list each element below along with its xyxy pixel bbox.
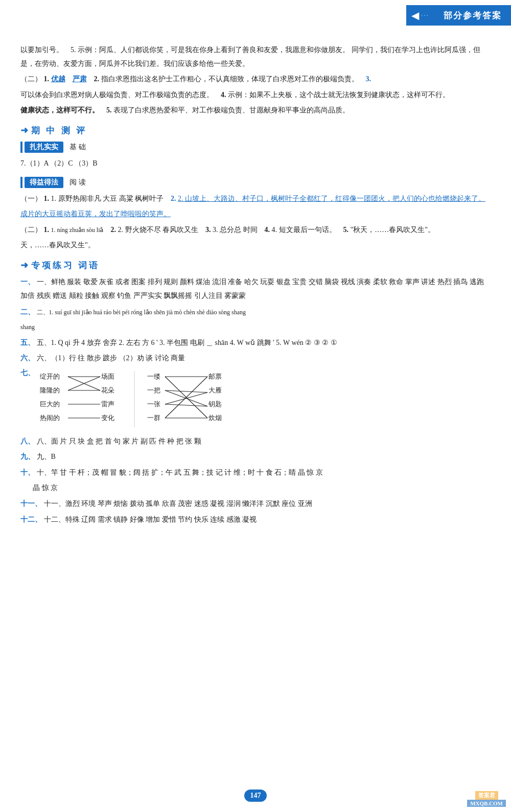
main-content: 以要加引号。 5. 示例：阿瓜、人们都说你笑，可是我在你身上看到了善良和友爱，我… xyxy=(20,43,491,526)
er-reading-label: （二） xyxy=(20,226,42,234)
item7-row: 7.（1）A （2）C （3）B xyxy=(20,157,491,171)
matching-diagram: 绽开的 隆隆的 巨大的 热闹的 场面 花朵 雷声 变化 xyxy=(35,368,331,435)
qizhong-arrow-icon: ➜ xyxy=(20,125,28,136)
svg-text:绽开的: 绽开的 xyxy=(40,373,60,380)
deyi-subsection: 得益得法 阅 读 xyxy=(20,177,491,188)
svg-text:一缕: 一缕 xyxy=(147,373,160,380)
page-number: 147 xyxy=(244,790,267,802)
zhuanxiang-title: 专项练习 词语 xyxy=(31,260,100,271)
er-item3-text: 可以体会到白求恩对病人极端负责、对工作极端负责的态度。 xyxy=(20,91,214,99)
shiyi-text: 十一、激烈 环境 琴声 烦恼 拨动 孤单 欣喜 茂密 迷惑 凝视 湿润 懒洋洋 … xyxy=(44,500,312,507)
er-r-item1: 1. níng zhuǎn sòu liǎ xyxy=(51,226,104,234)
svg-text:炊烟: 炊烟 xyxy=(208,414,222,422)
yi-words-text: 一、鲜艳 服装 敬爱 灰雀 或者 图案 排列 规则 颜料 煤油 流泪 准备 哈欠… xyxy=(20,278,484,299)
er-pinyin-cont: shang xyxy=(20,323,35,331)
intro-text1: 以要加引号。 xyxy=(20,46,63,54)
svg-text:热闹的: 热闹的 xyxy=(40,414,60,422)
header-dots: ··· xyxy=(421,11,429,19)
intro-text2: 5. 示例：阿瓜、人们都说你笑，可是我在你身上看到了善良和友爱，我愿意和你做朋友… xyxy=(20,46,480,67)
er-label: （二） xyxy=(20,75,42,83)
left-arrow-icon: ◀ xyxy=(411,9,419,21)
er-r-item4-label: 4. xyxy=(265,226,270,234)
er-item3-label: 3. xyxy=(366,75,371,83)
yi-section-row1: （一） 1. 1. 原野热闹非凡 大豆 高粱 枫树叶子 2. 2. 山坡上、大路… xyxy=(20,192,491,206)
zhuanxiang-arrow-icon: ➜ xyxy=(20,260,28,271)
section-er-row: （二） 1. 优越 严肃 2. 指白求恩指出这名护士工作粗心，不认真细致，体现了… xyxy=(20,73,491,86)
page-container: ◀ ··· 部分参考答案 以要加引号。 5. 示例：阿瓜、人们都说你笑，可是我在… xyxy=(0,0,511,812)
shiyi-label: 十一、 xyxy=(20,500,42,507)
jiu-label: 九、 xyxy=(20,453,35,460)
watermark-line2: MXQB.COM xyxy=(467,800,506,807)
svg-text:变化: 变化 xyxy=(101,414,114,422)
liu-text: 六、（1）行 往 散步 踱步 （2）劝 谈 讨论 商量 xyxy=(37,354,185,362)
er-r-item5: "秋天，……春风吹又生"。 xyxy=(351,226,435,234)
er-item1-label: 1. xyxy=(44,75,50,83)
shier-row: 十二、 十二、特殊 辽阔 需求 镇静 好像 增加 爱惜 节约 快乐 连续 感激 … xyxy=(20,513,491,527)
qi-section: 七、 绽开的 隆隆的 巨大的 热闹的 场面 花朵 雷声 变化 xyxy=(20,368,491,435)
svg-text:花朵: 花朵 xyxy=(101,386,114,394)
er-item5-label: 健康状态，这样可不行。 xyxy=(20,106,99,114)
ba-text: 八、面 片 只 块 盒 把 首 句 家 片 副 匹 件 种 把 张 颗 xyxy=(37,437,201,445)
er-r-item1-label: 1. xyxy=(44,226,50,234)
shi-text: 十、竿 甘 干 杆；茂 帽 冒 貌；阔 括 扩；午 武 五 舞；技 记 计 维；… xyxy=(37,469,323,476)
yi-words-row: 一、 一、鲜艳 服装 敬爱 灰雀 或者 图案 排列 规则 颜料 煤油 流泪 准备… xyxy=(20,275,491,303)
er-item2-label: 2. xyxy=(94,75,100,83)
ba-row: 八、 八、面 片 只 块 盒 把 首 句 家 片 副 匹 件 种 把 张 颗 xyxy=(20,435,491,449)
er-r-item2-label: 2. xyxy=(111,226,117,234)
intro-row1: 以要加引号。 5. 示例：阿瓜、人们都说你笑，可是我在你身上看到了善良和友爱，我… xyxy=(20,43,491,71)
yi-item2-blue: 2. 山坡上、大路边、村子口，枫树叶子全都红了，红得像一团团火，把人们的心也给燃… xyxy=(178,195,485,202)
er-item5-text: 表现了白求恩热爱和平、对工作极端负责、甘愿献身和平事业的高尚品质。 xyxy=(113,106,350,114)
deyi-secondary: 阅 读 xyxy=(69,178,86,187)
svg-text:隆隆的: 隆隆的 xyxy=(40,386,60,394)
er-item1b: 严肃 xyxy=(73,75,87,83)
shi-cont: 晶 惊 京 xyxy=(33,484,58,492)
svg-text:邮票: 邮票 xyxy=(208,373,222,380)
svg-text:雷声: 雷声 xyxy=(101,400,114,408)
er-r-item5-label: 5. xyxy=(343,226,349,234)
yi-item1-label: 1. xyxy=(44,195,50,202)
er-pinyin-row2: shang xyxy=(20,321,491,333)
yi-section-row2: 成片的大豆摇动着豆荚，发出了哗啦啦的笑声。 xyxy=(20,207,491,221)
shier-text: 十二、特殊 辽阔 需求 镇静 好像 增加 爱惜 节约 快乐 连续 感激 凝视 xyxy=(44,516,257,523)
yi-label: （一） xyxy=(20,195,42,202)
er-item5-label2: 5. xyxy=(106,106,112,114)
yi-item1-text: 1. 原野热闹非凡 大豆 高粱 枫树叶子 xyxy=(51,195,164,202)
qizhong-title: 期 中 测 评 xyxy=(31,125,87,136)
liu-row: 六、 六、（1）行 往 散步 踱步 （2）劝 谈 讨论 商量 xyxy=(20,352,491,365)
yi-item2b: 成片的大豆摇动着豆荚，发出了哗啦啦的笑声。 xyxy=(20,210,171,218)
deyi-tag: 得益得法 xyxy=(25,177,63,188)
zhazha-secondary: 基 础 xyxy=(69,143,86,152)
section-er-row3: 健康状态，这样可不行。 5. 表现了白求恩热爱和平、对工作极端负责、甘愿献身和平… xyxy=(20,104,491,118)
yi-words-label: 一、 xyxy=(20,278,35,286)
svg-line-25 xyxy=(165,404,207,406)
svg-text:钥匙: 钥匙 xyxy=(208,400,222,408)
ba-label: 八、 xyxy=(20,437,35,445)
er-pinyin-text: 二、1. suí guī shi jiǎo huá ráo bèi péi ró… xyxy=(37,309,246,316)
shi-label: 十、 xyxy=(20,469,35,476)
svg-text:一群: 一群 xyxy=(147,414,160,422)
er-item4-text: 示例：如果不上夹板，这个战士就无法恢复到健康状态，这样可不行。 xyxy=(228,91,450,99)
watermark: 答案君 MXQB.COM xyxy=(467,791,506,807)
svg-text:一张: 一张 xyxy=(147,400,160,408)
wu-label: 五、 xyxy=(20,339,35,346)
svg-text:大雁: 大雁 xyxy=(208,386,222,394)
liu-label: 六、 xyxy=(20,354,35,362)
er-r-continuation: 天，……春风吹又生"。 xyxy=(20,241,95,249)
jiu-text: 九、B xyxy=(37,453,56,460)
er-r-item4: 4. 短文最后一句话。 xyxy=(272,226,336,234)
zhazha-subsection: 扎扎实实 基 础 xyxy=(20,142,491,153)
er-pinyin-label: 二、 xyxy=(20,308,35,316)
svg-text:一把: 一把 xyxy=(147,386,160,394)
er-item4-label: 4. xyxy=(221,91,226,99)
qi-label: 七、 xyxy=(20,368,35,378)
shier-label: 十二、 xyxy=(20,516,42,523)
header-banner-area: ◀ ··· 部分参考答案 xyxy=(406,5,511,26)
er-reading-row1: （二） 1. 1. níng zhuǎn sòu liǎ 2. 2. 野火烧不尽… xyxy=(20,223,491,237)
header-arrow-box: ◀ ··· xyxy=(406,5,434,26)
er-item1a: 优越 xyxy=(51,75,65,83)
section-er-row2: 可以体会到白求恩对病人极端负责、对工作极端负责的态度。 4. 示例：如果不上夹板… xyxy=(20,88,491,102)
shiyi-row: 十一、 十一、激烈 环境 琴声 烦恼 拨动 孤单 欣喜 茂密 迷惑 凝视 湿润 … xyxy=(20,497,491,511)
shi-row2: 晶 惊 京 xyxy=(20,481,491,495)
svg-line-29 xyxy=(165,392,207,404)
er-pinyin-row: 二、 二、1. suí guī shi jiǎo huá ráo bèi péi… xyxy=(20,306,491,319)
